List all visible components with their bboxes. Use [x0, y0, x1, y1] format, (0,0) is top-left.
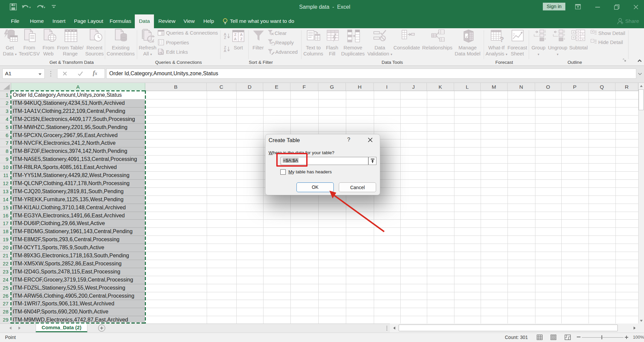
svg-text:A: A — [240, 33, 243, 37]
svg-text:Z: Z — [234, 33, 237, 37]
svg-text:A: A — [234, 37, 237, 41]
svg-text:?: ? — [499, 35, 504, 43]
svg-text:Z: Z — [240, 37, 243, 41]
